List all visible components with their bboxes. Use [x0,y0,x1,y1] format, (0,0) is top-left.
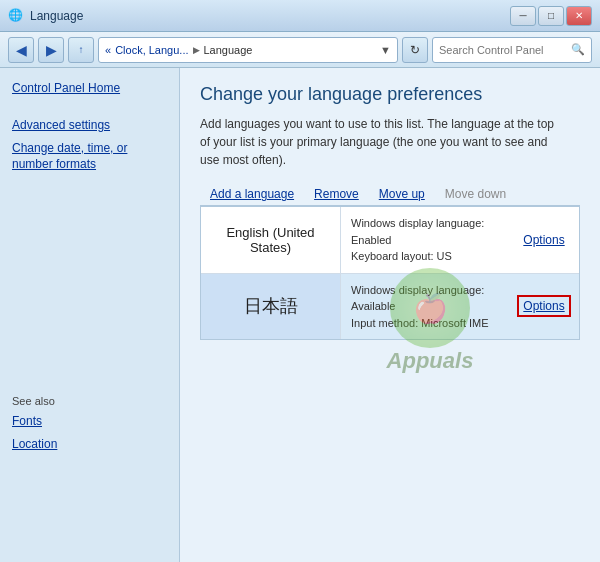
up-button[interactable]: ↑ [68,37,94,63]
maximize-button[interactable]: □ [538,6,564,26]
move-down-button: Move down [435,183,516,205]
options-link-japanese[interactable]: Options [517,295,570,317]
language-details-english: Windows display language: Enabled Keyboa… [341,207,509,273]
sidebar-item-fonts[interactable]: Fonts [12,413,167,430]
title-controls: ─ □ ✕ [510,6,592,26]
title-bar-left: 🌐 Language [8,8,83,24]
window-icon: 🌐 [8,8,24,24]
language-row-japanese[interactable]: 日本語 Windows display language: Available … [201,274,579,340]
language-row-english[interactable]: English (United States) Windows display … [201,207,579,274]
watermark-text: Appuals [330,348,530,374]
content-area: Change your language preferences Add lan… [180,68,600,562]
sidebar-item-control-panel-home[interactable]: Control Panel Home [12,80,167,97]
sidebar-item-date-time-formats[interactable]: Change date, time, or number formats [12,140,167,174]
sidebar-see-also-section: See also Fonts Location [12,395,167,453]
language-details-japanese: Windows display language: Available Inpu… [341,274,509,340]
navigation-bar: ◀ ▶ ↑ « Clock, Langu... ▶ Language ▼ ↻ 🔍 [0,32,600,68]
move-up-button[interactable]: Move up [369,183,435,205]
language-options-cell-english: Options [509,207,579,273]
breadcrumb-prefix: « [105,44,111,56]
breadcrumb-part1[interactable]: Clock, Langu... [115,44,188,56]
page-title: Change your language preferences [200,84,580,105]
see-also-label: See also [12,395,167,407]
search-box[interactable]: 🔍 [432,37,592,63]
search-icon: 🔍 [571,43,585,56]
breadcrumb: « Clock, Langu... ▶ Language ▼ [98,37,398,63]
language-name-english: English (United States) [201,207,341,273]
sidebar-item-advanced-settings[interactable]: Advanced settings [12,117,167,134]
main-layout: Control Panel Home Advanced settings Cha… [0,68,600,562]
sidebar-item-location[interactable]: Location [12,436,167,453]
breadcrumb-part2: Language [204,44,253,56]
forward-button[interactable]: ▶ [38,37,64,63]
remove-button[interactable]: Remove [304,183,369,205]
language-options-cell-japanese: Options [509,274,579,340]
add-language-button[interactable]: Add a language [200,183,304,205]
minimize-button[interactable]: ─ [510,6,536,26]
close-button[interactable]: ✕ [566,6,592,26]
language-toolbar: Add a language Remove Move up Move down [200,183,580,206]
refresh-button[interactable]: ↻ [402,37,428,63]
language-name-japanese: 日本語 [201,274,341,340]
page-description: Add languages you want to use to this li… [200,115,560,169]
breadcrumb-separator: ▶ [193,45,200,55]
back-button[interactable]: ◀ [8,37,34,63]
sidebar: Control Panel Home Advanced settings Cha… [0,68,180,562]
language-list: English (United States) Windows display … [200,206,580,340]
window-title: Language [30,9,83,23]
title-bar: 🌐 Language ─ □ ✕ [0,0,600,32]
breadcrumb-dropdown-icon[interactable]: ▼ [380,44,391,56]
options-link-english[interactable]: Options [523,233,564,247]
search-input[interactable] [439,44,571,56]
